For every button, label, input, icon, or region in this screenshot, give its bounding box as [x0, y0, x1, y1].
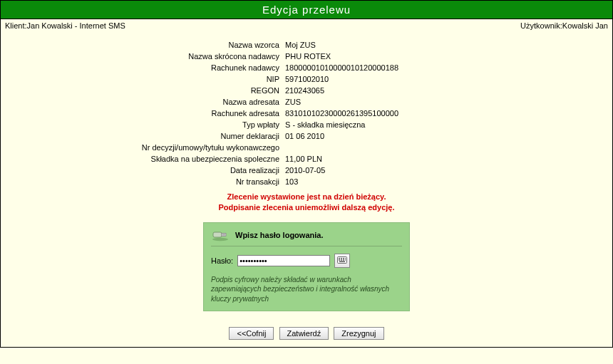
password-label: Hasło: — [211, 256, 233, 265]
field-label: Typ wpłaty — [21, 120, 285, 129]
user-info: Użytkownik:Kowalski Jan — [520, 21, 608, 30]
svg-rect-4 — [225, 234, 225, 235]
field-value: 83101010230000261395100000 — [285, 109, 592, 118]
confirm-button[interactable]: Zatwierdź — [279, 327, 329, 340]
field-row: REGON210243065 — [21, 85, 592, 96]
signature-disclaimer: Podpis cyfrowy należy składać w warunkac… — [211, 275, 402, 304]
app-window: Edycja przelewu Klient:Jan Kowalski - In… — [0, 0, 613, 348]
signature-panel: Wpisz hasło logowania. Hasło: Podpis cyf… — [203, 222, 410, 312]
field-row: Nazwa wzorcaMoj ZUS — [21, 39, 592, 51]
usb-key-icon — [211, 229, 230, 241]
svg-rect-10 — [339, 259, 340, 261]
field-row: Nazwa skrócona nadawcyPHU ROTEX — [21, 51, 592, 62]
user-value: Kowalski Jan — [562, 21, 608, 30]
field-label: REGON — [21, 86, 285, 95]
field-label: Nazwa skrócona nadawcy — [21, 52, 285, 61]
field-row: Data realizacji2010-07-05 — [21, 165, 592, 176]
field-value: PHU ROTEX — [285, 52, 592, 61]
svg-rect-8 — [343, 258, 344, 259]
svg-point-0 — [212, 238, 228, 241]
field-row: Rachunek adresata83101010230000261395100… — [21, 108, 592, 119]
field-label: Data realizacji — [21, 166, 285, 175]
svg-rect-2 — [222, 233, 226, 236]
field-value: 01 06 2010 — [285, 132, 592, 140]
panel-divider — [211, 246, 402, 246]
field-value: 18000001010000010120000188 — [285, 63, 592, 72]
client-value: Jan Kowalski - Internet SMS — [27, 21, 125, 30]
field-value — [285, 143, 592, 152]
context-bar: Klient:Jan Kowalski - Internet SMS Użytk… — [1, 19, 612, 32]
field-label: Rachunek adresata — [21, 109, 285, 118]
svg-rect-12 — [343, 259, 344, 261]
field-value: 5971002010 — [285, 75, 592, 83]
client-label: Klient: — [5, 21, 27, 30]
field-row: NIP5971002010 — [21, 73, 592, 85]
client-info: Klient:Jan Kowalski - Internet SMS — [5, 21, 125, 30]
field-label: Składka na ubezpieczenia spoleczne — [21, 155, 285, 163]
panel-heading-row: Wpisz hasło logowania. — [211, 229, 402, 246]
field-value: 103 — [285, 177, 592, 186]
svg-rect-14 — [339, 261, 345, 262]
resign-button[interactable]: Zrezygnuj — [334, 327, 383, 340]
back-button[interactable]: <<Cofnij — [229, 327, 274, 340]
svg-rect-11 — [341, 259, 342, 261]
svg-rect-6 — [339, 258, 340, 259]
field-row: Nr transakcji103 — [21, 176, 592, 187]
action-buttons: <<Cofnij Zatwierdź Zrezygnuj — [1, 323, 612, 347]
warning-line: Zlecenie wystawione jest na dzień bieżąc… — [1, 192, 612, 202]
svg-rect-9 — [345, 258, 346, 259]
warning-line: Podpisanie zlecenia uniemożliwi dalszą e… — [1, 202, 612, 213]
field-row: Nr decyzji/umowy/tytułu wykonawczego — [21, 142, 592, 153]
keyboard-icon — [337, 256, 347, 265]
field-label: Rachunek nadawcy — [21, 63, 285, 72]
user-label: Użytkownik: — [520, 21, 562, 30]
field-value: Moj ZUS — [285, 41, 592, 49]
field-label: NIP — [21, 75, 285, 83]
svg-rect-7 — [341, 258, 342, 259]
field-label: Numer deklaracji — [21, 132, 285, 140]
svg-rect-1 — [213, 232, 222, 237]
field-value: 11,00 PLN — [285, 155, 592, 163]
field-label: Nazwa wzorca — [21, 41, 285, 49]
password-input[interactable] — [237, 255, 330, 266]
field-value: S - składka miesięczna — [285, 120, 592, 129]
field-value: 210243065 — [285, 86, 592, 95]
field-row: Typ wpłatyS - składka miesięczna — [21, 119, 592, 130]
warning-message: Zlecenie wystawione jest na dzień bieżąc… — [1, 192, 612, 214]
svg-rect-3 — [223, 234, 224, 235]
field-value: ZUS — [285, 98, 592, 106]
field-row: Rachunek nadawcy180000010100000101200001… — [21, 62, 592, 73]
field-row: Numer deklaracji01 06 2010 — [21, 130, 592, 142]
panel-heading: Wpisz hasło logowania. — [235, 231, 323, 239]
svg-rect-13 — [345, 259, 346, 261]
field-label: Nr decyzji/umowy/tytułu wykonawczego — [21, 143, 285, 152]
field-label: Nr transakcji — [21, 177, 285, 186]
virtual-keyboard-button[interactable] — [334, 254, 350, 268]
transfer-details: Nazwa wzorcaMoj ZUS Nazwa skrócona nadaw… — [21, 39, 592, 187]
field-row: Składka na ubezpieczenia spoleczne11,00 … — [21, 153, 592, 165]
field-value: 2010-07-05 — [285, 166, 592, 175]
password-row: Hasło: — [211, 254, 402, 268]
field-label: Nazwa adresata — [21, 98, 285, 106]
page-title: Edycja przelewu — [1, 1, 612, 19]
field-row: Nazwa adresataZUS — [21, 96, 592, 108]
